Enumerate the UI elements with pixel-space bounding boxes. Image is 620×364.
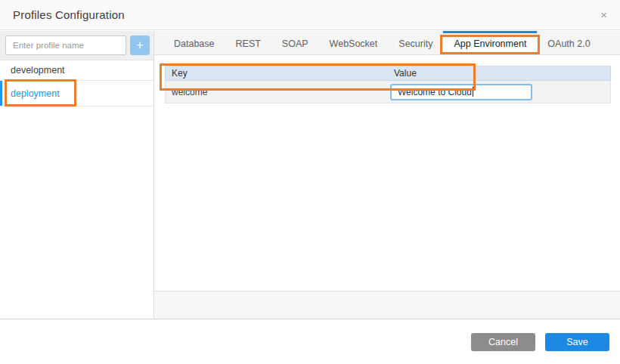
tab-app-environment[interactable]: App Environment (443, 31, 537, 54)
dialog-title: Profiles Configuration (13, 8, 125, 21)
tab-oauth[interactable]: OAuth 2.0 (537, 31, 600, 54)
value-cell: Welcome to Cloud (388, 84, 610, 100)
profile-item-deployment[interactable]: deployment (0, 81, 153, 106)
tab-database[interactable]: Database (163, 31, 225, 54)
profile-content-pane: Database REST SOAP WebSocket Security Ap… (154, 31, 620, 319)
profile-item-label: deployment (11, 88, 60, 99)
table-header-row: Key Value (165, 66, 611, 81)
dialog-footer: Cancel Save (0, 320, 620, 364)
content-footer-band (154, 291, 620, 319)
column-header-value: Value (388, 68, 610, 79)
dialog-header: Profiles Configuration × (0, 0, 620, 30)
profile-input-row: + (0, 31, 153, 60)
key-value-table: Key Value welcome Welcome to Cloud (165, 66, 611, 103)
profiles-sidebar: + development deployment (0, 31, 154, 319)
close-icon[interactable]: × (600, 9, 607, 20)
selected-indicator-bar (0, 81, 2, 106)
profile-item-development[interactable]: development (0, 60, 153, 81)
tab-rest[interactable]: REST (225, 31, 271, 54)
value-input[interactable]: Welcome to Cloud (390, 84, 532, 100)
tab-security[interactable]: Security (388, 31, 443, 54)
profile-item-label: development (11, 65, 65, 76)
profile-name-input[interactable] (5, 35, 126, 55)
add-profile-button[interactable]: + (130, 35, 150, 55)
table-row: welcome Welcome to Cloud (165, 81, 611, 103)
text-caret (473, 87, 473, 97)
tab-websocket[interactable]: WebSocket (319, 31, 389, 54)
tab-bar: Database REST SOAP WebSocket Security Ap… (154, 31, 620, 55)
save-button[interactable]: Save (545, 333, 609, 351)
dialog-body: + development deployment Database REST S… (0, 31, 620, 319)
column-header-key: Key (166, 68, 388, 79)
cancel-button[interactable]: Cancel (471, 333, 535, 351)
key-cell: welcome (166, 87, 388, 97)
tab-soap[interactable]: SOAP (271, 31, 319, 54)
